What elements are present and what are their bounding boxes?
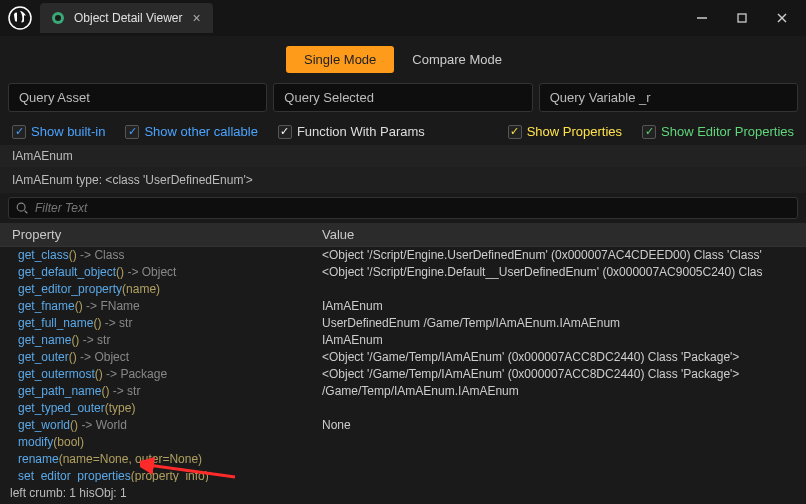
function-params-check[interactable]: Function With Params: [278, 124, 425, 139]
query-row: Query Asset Query Selected Query Variabl…: [0, 83, 806, 120]
titlebar: Object Detail Viewer ×: [0, 0, 806, 36]
property-table-body: get_class() -> Class<Object '/Script/Eng…: [0, 247, 806, 504]
column-value[interactable]: Value: [322, 227, 794, 242]
svg-point-7: [17, 203, 25, 211]
show-editor-properties-check[interactable]: Show Editor Properties: [642, 124, 794, 139]
show-properties-check[interactable]: Show Properties: [508, 124, 622, 139]
table-row[interactable]: rename(name=None, outer=None): [0, 451, 806, 468]
table-row[interactable]: get_full_name() -> strUserDefinedEnum /G…: [0, 315, 806, 332]
column-property[interactable]: Property: [12, 227, 322, 242]
status-bar: left crumb: 1 hisObj: 1: [0, 482, 806, 504]
table-row[interactable]: get_outer() -> Object<Object '/Game/Temp…: [0, 349, 806, 366]
window-controls: [682, 2, 802, 34]
svg-point-0: [9, 7, 31, 29]
table-row[interactable]: get_editor_property(name): [0, 281, 806, 298]
table-row[interactable]: get_typed_outer(type): [0, 400, 806, 417]
filter-input[interactable]: [35, 201, 791, 215]
mode-toggle: Single Mode Compare Mode: [0, 36, 806, 83]
table-header: Property Value: [0, 223, 806, 247]
close-window-button[interactable]: [762, 2, 802, 34]
object-name-bar: IAmAEnum: [0, 145, 806, 167]
show-callable-check[interactable]: Show other callable: [125, 124, 257, 139]
query-asset-field[interactable]: Query Asset: [8, 83, 267, 112]
table-row[interactable]: get_outermost() -> Package<Object '/Game…: [0, 366, 806, 383]
table-row[interactable]: get_class() -> Class<Object '/Script/Eng…: [0, 247, 806, 264]
filter-row[interactable]: [8, 197, 798, 219]
tab-title: Object Detail Viewer: [74, 11, 183, 25]
table-row[interactable]: modify(bool): [0, 434, 806, 451]
show-builtin-check[interactable]: Show built-in: [12, 124, 105, 139]
minimize-button[interactable]: [682, 2, 722, 34]
svg-point-2: [55, 15, 61, 21]
unreal-logo-icon: [8, 6, 32, 30]
table-row[interactable]: get_fname() -> FNameIAmAEnum: [0, 298, 806, 315]
table-row[interactable]: get_name() -> strIAmAEnum: [0, 332, 806, 349]
maximize-button[interactable]: [722, 2, 762, 34]
svg-rect-4: [738, 14, 746, 22]
table-row[interactable]: get_path_name() -> str/Game/Temp/IAmAEnu…: [0, 383, 806, 400]
close-tab-icon[interactable]: ×: [191, 10, 203, 26]
query-selected-field[interactable]: Query Selected: [273, 83, 532, 112]
compare-mode-button[interactable]: Compare Mode: [394, 46, 520, 73]
object-type-bar: IAmAEnum type: <class 'UserDefinedEnum'>: [0, 167, 806, 193]
search-icon: [15, 201, 29, 215]
single-mode-button[interactable]: Single Mode: [286, 46, 394, 73]
table-row[interactable]: get_world() -> WorldNone: [0, 417, 806, 434]
viewer-tab-icon: [50, 10, 66, 26]
filter-checks-row: Show built-in Show other callable Functi…: [0, 120, 806, 145]
window-tab[interactable]: Object Detail Viewer ×: [40, 3, 213, 33]
svg-line-8: [25, 211, 28, 214]
query-variable-field[interactable]: Query Variable _r: [539, 83, 798, 112]
table-row[interactable]: get_default_object() -> Object<Object '/…: [0, 264, 806, 281]
